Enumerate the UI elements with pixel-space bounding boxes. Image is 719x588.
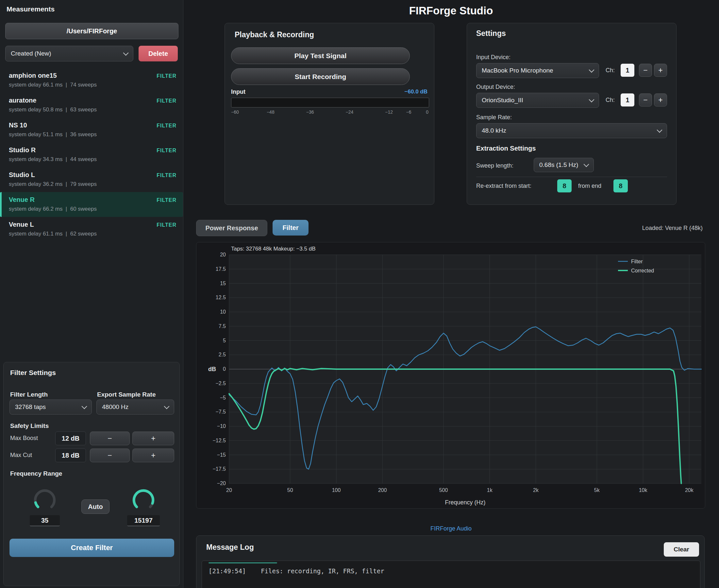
max-boost-increment-button[interactable]: + xyxy=(132,432,174,445)
measurement-list: amphion one15 FILTER system delay 66.1 m… xyxy=(0,68,183,242)
filter-settings-title: Filter Settings xyxy=(10,369,56,377)
x-tick-label: 20k xyxy=(685,487,694,493)
measurements-title: Measurements xyxy=(6,5,55,13)
chevron-down-icon xyxy=(82,403,87,409)
app-title: FIRForge Studio xyxy=(183,5,719,17)
low-freq-value[interactable]: 35 xyxy=(30,515,60,526)
meter-scale-label: −36 xyxy=(306,109,314,115)
y-tick-label: −7.5 xyxy=(215,409,226,415)
max-boost-decrement-button[interactable]: − xyxy=(90,432,130,445)
log-entries: [21:49:54] Files: recording, IR, FRS, fi… xyxy=(202,566,700,576)
safety-limits-title: Safety Limits xyxy=(10,422,49,429)
clear-log-button[interactable]: Clear xyxy=(664,542,699,556)
measurement-list-item[interactable]: Venue L FILTER system delay 61.1 ms | 62… xyxy=(0,217,183,242)
extraction-settings-title: Extraction Settings xyxy=(476,145,536,152)
y-tick-label: 20 xyxy=(220,252,226,257)
delete-button[interactable]: Delete xyxy=(139,46,178,61)
measurement-list-item[interactable]: Venue R FILTER system delay 66.2 ms | 60… xyxy=(0,192,183,217)
measurement-meta: system delay 66.2 ms | 60 sweeps xyxy=(9,206,177,212)
measurement-list-item[interactable]: auratone FILTER system delay 50.8 ms | 6… xyxy=(0,93,183,118)
export-rate-dropdown[interactable]: 48000 Hz xyxy=(97,400,174,415)
input-device-dropdown[interactable]: MacBook Pro Microphone xyxy=(476,63,599,78)
filter-length-label: Filter Length xyxy=(10,391,48,398)
x-tick-label: 1k xyxy=(487,487,493,493)
measurement-name: NS 10 xyxy=(9,122,27,129)
play-test-signal-button[interactable]: Play Test Signal xyxy=(231,47,410,64)
y-tick-label: −17.5 xyxy=(213,466,226,472)
tab-power-response[interactable]: Power Response xyxy=(196,220,267,236)
y-tick-label: 12.5 xyxy=(216,295,226,300)
legend-label: Filter xyxy=(631,259,643,264)
y-tick-label: −15 xyxy=(217,452,226,458)
filter-badge: FILTER xyxy=(157,123,177,129)
max-cut-increment-button[interactable]: + xyxy=(132,448,174,462)
y-tick-label: 17.5 xyxy=(216,266,226,272)
y-tick-label: 0 xyxy=(223,366,226,372)
loaded-status: Loaded: Venue R (48k) xyxy=(642,225,703,232)
output-channel-increment-button[interactable]: + xyxy=(654,93,667,106)
y-tick-label: −12.5 xyxy=(213,438,226,443)
sort-dropdown-value: Created (New) xyxy=(11,50,51,57)
measurement-list-item[interactable]: NS 10 FILTER system delay 51.1 ms | 36 s… xyxy=(0,118,183,142)
measurement-name: auratone xyxy=(9,97,36,104)
x-tick-label: 50 xyxy=(287,487,293,493)
output-channel-value[interactable]: 1 xyxy=(621,93,634,106)
max-cut-decrement-button[interactable]: − xyxy=(90,448,130,462)
x-tick-label: 200 xyxy=(378,487,387,493)
export-rate-value: 48000 Hz xyxy=(102,403,128,411)
x-tick-label: 10k xyxy=(639,487,648,493)
output-device-dropdown[interactable]: OrionStudio_III xyxy=(476,93,599,108)
export-rate-label: Export Sample Rate xyxy=(97,391,156,398)
measurement-list-item[interactable]: Studio R FILTER system delay 34.3 ms | 4… xyxy=(0,142,183,167)
high-freq-knob[interactable] xyxy=(132,488,155,512)
low-freq-knob[interactable] xyxy=(33,488,57,512)
x-tick-label: 100 xyxy=(332,487,341,493)
response-chart: 2017.51512.5107.552.50−2.5−5−7.5−10−12.5… xyxy=(197,243,705,508)
reextract-end-value[interactable]: 8 xyxy=(613,179,628,192)
input-channel-value[interactable]: 1 xyxy=(621,64,634,77)
knob-track xyxy=(35,491,55,507)
measurement-list-item[interactable]: Studio L FILTER system delay 36.2 ms | 7… xyxy=(0,167,183,192)
knob-indicator xyxy=(134,491,153,507)
sample-rate-value: 48.0 kHz xyxy=(482,127,506,134)
auto-range-button[interactable]: Auto xyxy=(81,500,109,514)
high-freq-value[interactable]: 15197 xyxy=(127,515,160,526)
input-device-label: Input Device: xyxy=(476,54,511,61)
start-recording-button[interactable]: Start Recording xyxy=(231,68,410,85)
measurement-list-item[interactable]: amphion one15 FILTER system delay 66.1 m… xyxy=(0,68,183,93)
meter-scale-label: −6 xyxy=(406,109,411,115)
x-tick-label: 500 xyxy=(439,487,448,493)
meter-scale: −60−48−36−24−12−60 xyxy=(231,109,429,116)
meter-scale-label: −60 xyxy=(231,109,239,115)
firforge-audio-link[interactable]: FIRForge Audio xyxy=(183,525,719,532)
measurement-folder-button[interactable]: /Users/FIRForge xyxy=(5,23,179,39)
filter-badge: FILTER xyxy=(157,197,177,203)
response-chart-panel: Taps: 32768 48k Makeup: −3.5 dB 2017.515… xyxy=(196,242,705,509)
chevron-down-icon xyxy=(589,97,595,102)
meter-scale-label: −48 xyxy=(267,109,274,115)
log-entry: [21:49:54] Files: recording, IR, FRS, fi… xyxy=(202,566,700,576)
output-channel-decrement-button[interactable]: − xyxy=(639,93,652,106)
y-tick-label: −5 xyxy=(220,395,226,400)
frequency-range-title: Frequency Range xyxy=(10,470,62,477)
log-scroll-area[interactable]: [21:49:54] Files: recording, IR, FRS, fi… xyxy=(202,561,700,588)
from-end-label: from end xyxy=(578,183,601,189)
measurement-meta: system delay 61.1 ms | 62 sweeps xyxy=(9,231,177,237)
sample-rate-label: Sample Rate: xyxy=(476,114,512,121)
sweep-length-dropdown[interactable]: 0.68s (1.5 Hz) xyxy=(534,158,594,172)
input-meter-label: Input xyxy=(231,88,245,96)
chevron-down-icon xyxy=(584,161,589,167)
output-channel-label: Ch: xyxy=(605,97,615,104)
reextract-start-value[interactable]: 8 xyxy=(557,179,572,192)
max-boost-label: Max Boost xyxy=(10,435,38,442)
sample-rate-dropdown[interactable]: 48.0 kHz xyxy=(476,123,667,138)
y-axis-label: dB xyxy=(208,366,216,372)
create-filter-button[interactable]: Create Filter xyxy=(9,539,174,557)
tab-filter[interactable]: Filter xyxy=(272,220,309,235)
filter-length-dropdown[interactable]: 32768 taps xyxy=(9,400,92,415)
message-log-title: Message Log xyxy=(206,543,254,552)
filter-badge: FILTER xyxy=(157,73,177,79)
input-channel-decrement-button[interactable]: − xyxy=(639,64,652,77)
sort-dropdown[interactable]: Created (New) xyxy=(5,46,133,61)
input-channel-increment-button[interactable]: + xyxy=(654,64,667,77)
